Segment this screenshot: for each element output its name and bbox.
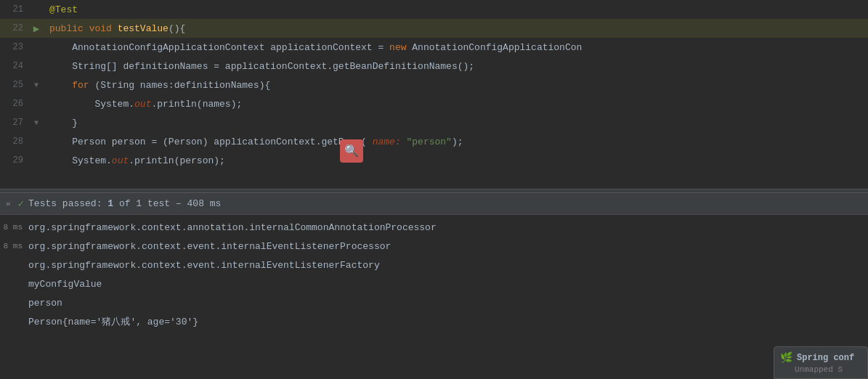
search-icon: 🔍 — [344, 144, 359, 158]
line-number: 24 — [0, 61, 29, 71]
timing-item — [0, 256, 25, 274]
gutter[interactable]: ▶ — [29, 23, 44, 35]
line-number: 25 — [0, 80, 29, 90]
line-number: 26 — [0, 99, 29, 109]
collapse-icon[interactable]: » — [6, 200, 11, 208]
code-line: 24 String[] definitionNames = applicatio… — [0, 57, 868, 76]
output-lines: org.springframework.context.annotation.i… — [25, 215, 868, 379]
gutter[interactable]: ▼ — [29, 81, 44, 89]
run-icon[interactable]: ▶ — [33, 23, 39, 35]
line-number: 22 — [0, 23, 29, 33]
fold-icon[interactable]: ▼ — [34, 81, 38, 89]
spring-badge-subtitle: Unmapped S — [780, 365, 861, 374]
code-editor: 21@Test22▶public void testValue(){23 Ann… — [0, 0, 868, 189]
test-results-bar: » ✓ Tests passed: 1 of 1 test – 408 ms — [0, 193, 868, 215]
line-number: 27 — [0, 118, 29, 128]
spring-conf-badge[interactable]: 🌿 Spring conf Unmapped S — [774, 346, 868, 379]
code-content: AnnotationConfigApplicationContext appli… — [44, 42, 868, 53]
code-line: 26 System.out.println(names); — [0, 94, 868, 113]
output-line: Person{name='猪八戒', age='30'} — [25, 312, 868, 331]
output-line: org.springframework.context.annotation.i… — [25, 218, 868, 237]
fold-icon[interactable]: ▼ — [34, 119, 38, 127]
code-line: 22▶public void testValue(){ — [0, 19, 868, 38]
code-line: 27▼ } — [0, 113, 868, 132]
search-overlay[interactable]: 🔍 — [340, 139, 363, 163]
line-number: 28 — [0, 136, 29, 147]
code-content: @Test — [44, 4, 868, 15]
code-line: 29 System.out.println(person); — [0, 151, 868, 170]
timing-item — [0, 312, 25, 331]
timing-item: 8 ms — [0, 237, 25, 256]
code-content: String[] definitionNames = applicationCo… — [44, 61, 868, 72]
line-number: 29 — [0, 155, 29, 166]
output-area: 8 ms8 ms org.springframework.context.ann… — [0, 215, 868, 379]
code-content: } — [44, 118, 868, 129]
line-number: 21 — [0, 4, 29, 15]
output-line: org.springframework.context.event.intern… — [25, 256, 868, 274]
output-line: org.springframework.context.event.intern… — [25, 237, 868, 256]
code-content: System.out.println(names); — [44, 99, 868, 110]
code-line: 28 Person person = (Person) applicationC… — [0, 132, 868, 151]
code-line: 21@Test — [0, 0, 868, 19]
spring-leaf-icon: 🌿 — [780, 351, 792, 364]
output-line: myConfigValue — [25, 274, 868, 293]
timing-item — [0, 274, 25, 293]
code-content: Person person = (Person) applicationCont… — [44, 136, 868, 147]
timing-item: 8 ms — [0, 218, 25, 237]
test-result-label: Tests passed: 1 of 1 test – 408 ms — [28, 198, 221, 209]
code-line: 25▼ for (String names:definitionNames){ — [0, 76, 868, 94]
pass-icon: ✓ — [18, 197, 24, 210]
timing-column: 8 ms8 ms — [0, 215, 25, 379]
code-content: public void testValue(){ — [44, 23, 868, 34]
gutter[interactable]: ▼ — [29, 119, 44, 127]
line-number: 23 — [0, 42, 29, 52]
spring-badge-title: Spring conf — [797, 353, 854, 363]
code-content: for (String names:definitionNames){ — [44, 80, 868, 91]
timing-item — [0, 293, 25, 312]
code-line: 23 AnnotationConfigApplicationContext ap… — [0, 38, 868, 57]
output-line: person — [25, 293, 868, 312]
code-content: System.out.println(person); — [44, 155, 868, 166]
